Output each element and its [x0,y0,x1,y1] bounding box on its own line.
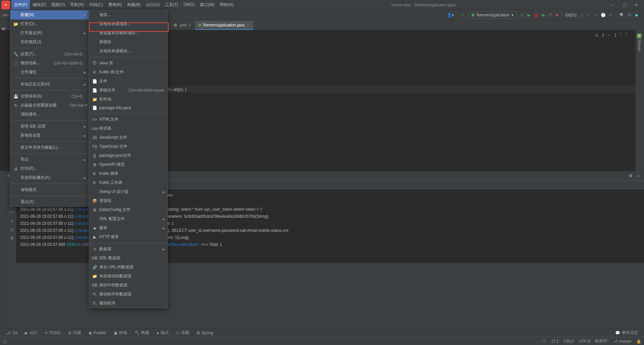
menu-item[interactable]: 打开最近(R)▸ [10,28,89,38]
close-icon[interactable]: × [247,22,249,27]
bottom-tab[interactable]: ⬡依赖 [173,329,193,337]
bottom-tab[interactable]: ✿Spring [193,329,217,337]
menu-item[interactable]: 📁来自路径的数据源 [89,272,167,281]
menu-item[interactable]: 🔌驱动程序 [89,299,167,308]
menu-item[interactable]: 新模块 [89,38,167,47]
menu-item[interactable]: 来自版本控制的项目... [89,28,167,38]
run-icon[interactable]: ▶ [527,13,530,17]
menu-item[interactable]: Swing UI 设计器▸ [89,187,167,196]
menu-item[interactable]: 📂打开(O)... [10,19,89,28]
bottom-tab[interactable]: ●端点 [153,329,172,337]
event-log-tab[interactable]: 💬事件日志 [612,329,641,337]
maximize-icon[interactable]: ▢ [623,3,627,7]
menu-item[interactable]: Git(G) [181,0,197,10]
bottom-tab[interactable]: ⎇Git [3,329,21,337]
menu-item[interactable]: 文件属性▸ [10,68,89,77]
menu-item[interactable]: 项目... [89,10,167,19]
menu-item[interactable]: 工具(T) [162,0,181,10]
print-icon[interactable]: 🖨 [9,227,15,232]
menu-item[interactable]: 💾全部保存(S)Ctrl+S [10,92,89,101]
back-arrow-icon[interactable]: ↶ [461,13,464,17]
chevron-up-icon[interactable]: ˄ [620,31,622,39]
menu-item[interactable]: ≡数据源▸ [89,245,167,254]
scroll-icon[interactable]: ⤓ [9,218,15,223]
chevron-down-icon[interactable]: ˅ [625,31,627,39]
menu-item[interactable]: KKotlin 工作表 [89,178,167,187]
menu-item[interactable]: css样式表 [89,124,167,133]
stop-icon[interactable]: ■ [556,13,558,17]
menu-item[interactable]: 导出▸ [10,155,89,164]
wrap-icon[interactable]: ↵ [9,209,15,215]
menu-item[interactable]: 关闭项目(J) [10,38,89,47]
menu-item[interactable]: 本地历史记录(H)▸ [10,80,89,89]
debug-icon[interactable]: 🐞 [534,13,539,17]
close-icon[interactable]: × [189,22,191,27]
bottom-tab[interactable]: ⊘问题 [65,329,85,337]
git-branch[interactable]: ⎇ master [613,339,632,344]
git-rollback-icon[interactable]: ↶ [609,13,612,17]
menu-item[interactable]: 🔗来自 URL 的数据源 [89,263,167,272]
menu-item[interactable]: 📄文件 [89,77,167,86]
clear-icon[interactable]: 🗑 [9,235,15,241]
bottom-tab[interactable]: ≡TODO [42,329,64,337]
profile-icon[interactable]: ⏱ [548,13,552,17]
menu-item[interactable]: 从现有来源模块... [89,47,167,56]
menu-item[interactable]: 添加到收藏夹(A)▸ [10,173,89,182]
menu-item[interactable]: 清除缓存... [10,110,89,119]
menu-item[interactable]: ◈图表▸ [89,223,167,232]
menu-item[interactable]: <>HTML文件 [89,115,167,124]
menu-item[interactable]: 导航(N) [67,0,87,10]
menu-item[interactable]: 编辑(E) [30,0,49,10]
menu-item[interactable]: 代码(C) [87,0,106,10]
side-tab-maven[interactable]: m Maven [636,30,643,55]
menu-item[interactable]: ⬚项目结构...Ctrl+Alt+Shift+S [10,59,89,68]
search-icon[interactable]: 🔍 [620,13,625,17]
menu-item[interactable]: 📁软件包 [89,95,167,104]
coverage-icon[interactable]: ▶ [542,13,545,17]
menu-item[interactable]: 新项目设置▸ [10,131,89,140]
breadcrumb-item[interactable]: ren [3,13,8,17]
tool-windows-icon[interactable]: ▢ [3,339,6,344]
settings-icon[interactable]: ⚙ [628,13,632,17]
close-icon[interactable]: ✕ [635,3,638,7]
menu-item[interactable]: ⚙EditorConfig 文件 [89,205,167,214]
menu-item[interactable]: 新建(N)▸ [10,10,89,19]
bottom-tab[interactable]: ▣终端 [110,329,130,337]
menu-item[interactable]: 将文件另存为模板(L)... [10,143,89,152]
menu-item[interactable]: KKotlin 脚本 [89,169,167,178]
codewithme-icon[interactable]: ◆ [635,13,638,17]
menu-item[interactable]: KKotlin 类/文件 [89,68,167,77]
editor-tab[interactable]: ⬢.yml× [171,21,195,30]
git-history-icon[interactable]: 🕐 [601,13,606,17]
menu-item[interactable]: ⒸJava 类 [89,59,167,68]
git-push-icon[interactable]: ↗ [594,13,597,17]
menu-item[interactable]: ⚙OpenAPI 规范 [89,160,167,169]
user-icon[interactable]: 👤▾ [447,13,454,17]
git-update-icon[interactable]: ↙ [581,13,584,17]
menu-item[interactable]: 文件(F) [11,0,30,10]
menu-item[interactable]: 从现有来源项目... [89,19,167,28]
editor-tab[interactable]: ⬢RenrenApplication.java× [195,21,253,30]
bottom-tab[interactable]: ▶运行 [21,329,41,337]
menu-item[interactable]: 帮助(H) [217,0,236,10]
menu-item[interactable]: JSJavaScript 文件 [89,133,167,142]
cursor-position[interactable]: 17:1 [551,339,559,344]
menu-item[interactable]: 管理 IDE 设置▸ [10,122,89,131]
minimize-icon[interactable]: — [611,3,615,7]
menu-item[interactable]: 退出(X) [10,197,89,206]
line-separator[interactable]: CRLF [564,339,574,344]
menu-item[interactable]: 📄package-info.java [89,104,167,112]
menu-item[interactable]: TSTypeScript 文件 [89,142,167,151]
menu-item[interactable]: 视图(V) [49,0,67,10]
file-encoding[interactable]: UTF-8 [579,339,590,344]
indent-info[interactable]: 制表符* [595,338,609,344]
bottom-tab[interactable]: ◉Profiler [85,329,110,337]
menu-item[interactable]: DB路径中的数据源 [89,281,167,290]
menu-item[interactable]: 重构(R) [106,0,125,10]
menu-item[interactable]: {}package.json文件 [89,151,167,160]
menu-item[interactable]: 📄草稿文件Ctrl+Alt+Shift+Insert [89,86,167,95]
menu-item[interactable]: 窗口(W) [197,0,217,10]
menu-item[interactable]: 构建(B) [124,0,143,10]
shield-icon[interactable]: 🛡 [542,339,546,344]
bottom-tab[interactable]: 🔨构建 [131,329,153,337]
